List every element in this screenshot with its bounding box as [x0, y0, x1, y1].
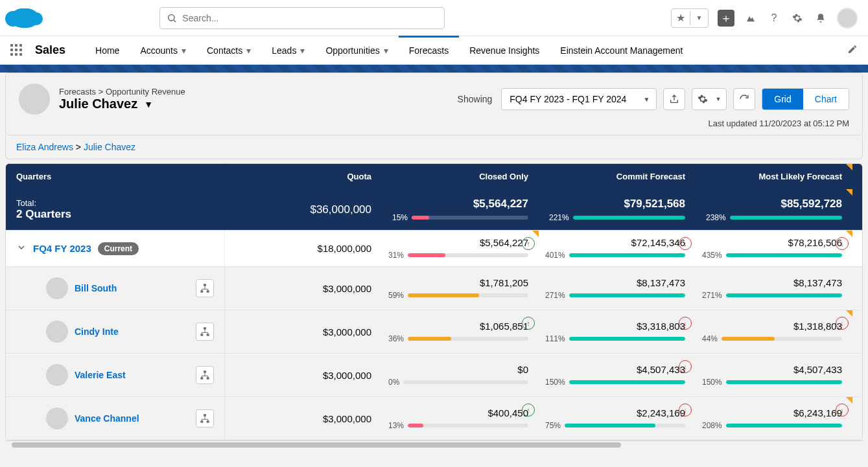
nav-tab-label: Opportunities — [325, 45, 379, 56]
global-create-button[interactable]: ＋ — [718, 10, 734, 27]
setup-gear-icon[interactable] — [790, 11, 804, 25]
nav-tab-leads[interactable]: Leads▾ — [261, 36, 315, 64]
metric-value: $1,781,205 — [388, 277, 528, 288]
person-avatar — [46, 277, 68, 299]
edit-nav-icon[interactable] — [847, 44, 858, 57]
crumb-sep: > — [73, 142, 84, 152]
horizontal-scrollbar[interactable] — [5, 440, 863, 448]
trailhead-icon[interactable] — [744, 11, 758, 25]
quarter-label[interactable]: FQ4 FY 2023 — [33, 243, 91, 254]
notch-icon — [846, 189, 852, 196]
quarter-row[interactable]: FQ4 FY 2023 Current $18,000,000 $5,564,2… — [6, 230, 862, 266]
hierarchy-icon — [200, 370, 210, 380]
metric-value: $5,564,227 — [392, 198, 528, 211]
global-search[interactable] — [159, 7, 445, 29]
help-icon[interactable]: ? — [767, 11, 781, 25]
person-row[interactable]: Vance Channel $3,000,000 $400,450 13% ↑ … — [6, 396, 862, 440]
grid-chart-toggle: Grid Chart — [762, 88, 849, 110]
scrollbar-thumb[interactable] — [12, 442, 621, 448]
metric-pct: 75% — [545, 421, 561, 430]
chevron-down-icon: ▼ — [690, 11, 708, 25]
chevron-down-icon: ▾ — [384, 45, 388, 56]
nav-tab-opportunities[interactable]: Opportunities▾ — [315, 36, 398, 64]
share-icon — [669, 94, 679, 104]
svg-rect-10 — [207, 377, 209, 379]
nav-tab-home[interactable]: Home — [85, 36, 130, 64]
progress-bar — [569, 380, 685, 384]
progress-bar — [726, 380, 842, 384]
expand-chevron-icon[interactable] — [16, 242, 27, 255]
user-avatar[interactable] — [837, 8, 858, 28]
progress-bar — [721, 337, 842, 341]
person-row[interactable]: Cindy Inte $3,000,000 $1,065,851 36% ↑ $… — [6, 310, 862, 353]
org-chart-button[interactable] — [196, 366, 214, 384]
progress-fill — [408, 424, 423, 427]
org-chart-button[interactable] — [196, 409, 214, 427]
nav-tab-einstein-account-management[interactable]: Einstein Account Management — [550, 36, 693, 64]
org-chart-button[interactable] — [196, 323, 214, 341]
settings-menu-button[interactable] — [692, 88, 727, 110]
search-input[interactable] — [182, 13, 438, 23]
notch-icon — [846, 164, 852, 170]
svg-rect-3 — [200, 290, 203, 292]
person-quota: $3,000,000 — [231, 370, 371, 381]
nav-tab-forecasts[interactable]: Forecasts — [399, 36, 459, 63]
progress-bar — [408, 337, 528, 341]
person-name-link[interactable]: Bill South — [75, 283, 117, 293]
person-name-link[interactable]: Vance Channel — [75, 413, 139, 424]
forecast-grid: Quarters Quota Closed Only Commit Foreca… — [5, 163, 863, 440]
nav-tab-label: Revenue Insights — [469, 45, 539, 56]
person-row[interactable]: Valerie East $3,000,000 $0 0% $4,507,433… — [6, 353, 862, 396]
share-button[interactable] — [663, 88, 685, 110]
title-chevron-icon[interactable]: ▼ — [144, 99, 153, 109]
metric-value: $8,137,473 — [702, 277, 842, 288]
nav-tab-accounts[interactable]: Accounts▾ — [130, 36, 196, 64]
app-launcher-icon[interactable] — [10, 44, 23, 57]
salesforce-logo — [10, 8, 39, 28]
trend-down-icon: ↓ — [679, 317, 692, 330]
favorites-menu[interactable]: ★ ▼ — [671, 8, 709, 28]
metric-value: $5,564,227 — [388, 237, 528, 248]
crumb-parent[interactable]: Eliza Andrews — [16, 142, 73, 152]
person-row[interactable]: Bill South $3,000,000 $1,781,205 59% $8,… — [6, 266, 862, 310]
nav-tab-revenue-insights[interactable]: Revenue Insights — [459, 36, 550, 64]
person-name-link[interactable]: Cindy Inte — [75, 326, 119, 337]
svg-rect-12 — [200, 420, 203, 422]
gear-icon — [698, 94, 708, 104]
metric-pct: 111% — [545, 334, 565, 343]
notch-icon — [532, 231, 539, 237]
chart-toggle[interactable]: Chart — [803, 89, 849, 109]
nav-tabs: HomeAccounts▾Contacts▾Leads▾Opportunitie… — [85, 36, 693, 64]
person-name-link[interactable]: Valerie East — [75, 370, 126, 380]
progress-bar — [730, 216, 842, 220]
metric-value: $6,243,169 — [702, 407, 842, 418]
trend-down-icon: ↓ — [836, 404, 849, 416]
crumb-current[interactable]: Julie Chavez — [84, 142, 135, 152]
progress-fill — [726, 253, 842, 257]
grid-toggle[interactable]: Grid — [762, 89, 803, 109]
metric-pct: 435% — [702, 251, 722, 260]
person-quota: $3,000,000 — [231, 326, 371, 337]
progress-fill — [565, 424, 655, 427]
star-icon: ★ — [672, 11, 690, 25]
col-header-mostlikely-text: Most Likely Forecast — [758, 172, 842, 181]
metric-pct: 0% — [388, 378, 399, 387]
metric-value: $2,243,169 — [545, 407, 685, 418]
notifications-bell-icon[interactable] — [814, 11, 828, 25]
metric-value: $0 — [388, 364, 528, 375]
metric-value: $3,318,803 — [545, 321, 685, 332]
period-range-select[interactable]: FQ4 FY 2023 - FQ1 FY 2024 — [501, 88, 657, 110]
metric-value: $400,450 — [388, 407, 528, 418]
trend-down-icon: ↓ — [679, 360, 692, 373]
trend-down-icon: ↓ — [836, 317, 849, 330]
progress-bar — [412, 216, 528, 220]
metric-pct: 271% — [702, 291, 722, 300]
nav-tab-contacts[interactable]: Contacts▾ — [196, 36, 261, 64]
refresh-button[interactable] — [733, 88, 755, 110]
metric-pct: 59% — [388, 291, 404, 300]
metric-pct: 271% — [545, 291, 565, 300]
org-chart-button[interactable] — [196, 279, 214, 297]
col-header-commit: Commit Forecast — [539, 164, 696, 189]
trend-up-icon: ↑ — [522, 317, 535, 330]
svg-rect-9 — [200, 377, 203, 379]
